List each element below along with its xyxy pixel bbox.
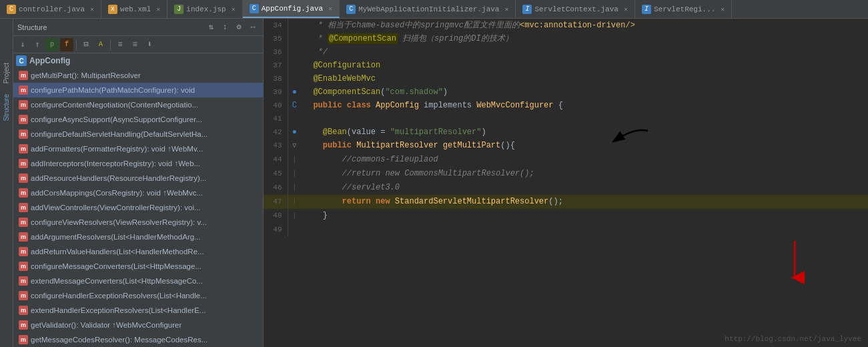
tab-mywebapp[interactable]: C MyWebApplicationInitializer.java ✕ (340, 0, 516, 18)
tree-item-4[interactable]: mconfigureDefaultServletHandling(Default… (13, 127, 263, 141)
side-tab-project[interactable]: Project (1, 59, 11, 87)
class-gutter-icon[interactable]: C (292, 101, 297, 110)
tab-indexjsp[interactable]: J index.jsp ✕ (167, 0, 242, 18)
tree-root-label: AppConfig (29, 56, 70, 65)
tab-servletreg[interactable]: I ServletRegi... ✕ (635, 0, 732, 18)
close-icon[interactable]: ✕ (90, 5, 94, 13)
tree-item-18[interactable]: mgetMessageCodesResolver(): MessageCodes… (13, 332, 263, 347)
line-content[interactable]: //return new CommonsMultipartResolver(); (301, 167, 868, 181)
code-area[interactable]: 34 * 相当于chame-based中的springmvc配置文件里面的<mv… (264, 19, 868, 347)
tab-webxml[interactable]: x web.xml ✕ (101, 0, 167, 18)
fold-icon[interactable]: ▽ (292, 142, 296, 149)
method-badge: m (19, 85, 28, 95)
anon-btn[interactable]: A (94, 38, 107, 51)
line-content[interactable]: public MultipartResolver getMultiPart(){ (301, 139, 868, 153)
tree-item-6[interactable]: maddInterceptors(InterceptorRegistry): v… (13, 156, 263, 171)
sort-btn[interactable]: ↕ (219, 21, 231, 33)
bean-icon[interactable]: ● (292, 127, 297, 137)
line-gutter[interactable]: C (288, 99, 301, 112)
settings-btn[interactable]: ⚙ (233, 21, 245, 33)
tree-item-1[interactable]: mconfigurePathMatch(PathMatchConfigurer)… (13, 83, 263, 97)
line-content[interactable]: //commons-fileuplaod (301, 153, 868, 167)
line-content[interactable]: //servlet3.0 (301, 181, 868, 195)
tree-item-8[interactable]: maddCorsMappings(CorsRegistry): void ↑We… (13, 186, 263, 200)
close-icon[interactable]: ✕ (721, 5, 725, 13)
tab-controller[interactable]: C controller.java ✕ (0, 0, 101, 18)
method-badge: m (19, 129, 28, 139)
line-number: 39 (264, 85, 288, 99)
align-right-btn[interactable]: ≡ (128, 38, 141, 51)
line-content[interactable]: * @ComponentScan 扫描包（spring的DI的技术） (301, 32, 868, 45)
line-gutter[interactable] (288, 223, 301, 236)
tree-item-2[interactable]: mconfigureContentNegotiation(ContentNego… (13, 97, 263, 112)
tree-item-13[interactable]: mconfigureMessageConverters(List<HttpMes… (13, 259, 263, 274)
tree-item-11[interactable]: maddArgumentResolvers(List<HandlerMethod… (13, 230, 263, 244)
line-content[interactable]: @Bean(value = "multipartResolver") (301, 125, 868, 139)
code-row: 40C public class AppConfig implements We… (264, 99, 868, 112)
line-gutter[interactable] (288, 45, 301, 59)
tree-item-text: configureViewResolvers(ViewResolverRegis… (31, 218, 207, 226)
side-tabs-panel: Project Structure (0, 19, 13, 347)
sort-asc-btn[interactable]: ⇑ (31, 38, 44, 51)
line-gutter[interactable] (288, 59, 301, 72)
line-content[interactable]: @EnableWebMvc (301, 72, 868, 85)
tree-item-15[interactable]: mconfigureHandlerExceptionResolvers(List… (13, 288, 263, 303)
line-gutter[interactable]: | (288, 167, 301, 181)
line-content[interactable]: public class AppConfig implements WebMvc… (301, 99, 868, 112)
tree-item-10[interactable]: mconfigureViewResolvers(ViewResolverRegi… (13, 215, 263, 230)
tree-item-16[interactable]: mextendHandlerExceptionResolvers(List<Ha… (13, 303, 263, 318)
collapse-btn[interactable]: ⊟ (79, 38, 93, 51)
line-content[interactable] (301, 112, 868, 125)
code-row: 45| //return new CommonsMultipartResolve… (264, 167, 868, 181)
line-gutter[interactable]: | (288, 181, 301, 195)
line-gutter[interactable] (288, 19, 301, 32)
tab-icon-mywebapp: C (346, 5, 356, 14)
line-content[interactable]: */ (301, 45, 868, 59)
bean-icon[interactable]: ● (292, 87, 297, 97)
tree-item-14[interactable]: mextendMessageConverters(List<HttpMessag… (13, 274, 263, 288)
tree-item-17[interactable]: mgetValidator(): Validator ↑WebMvcConfig… (13, 318, 263, 332)
code-row: 37 @Configuration (264, 59, 868, 72)
sidebar-tree[interactable]: C AppConfig mgetMultiPart(): MultipartRe… (13, 53, 263, 347)
close-icon[interactable]: ✕ (156, 5, 160, 13)
tree-item-3[interactable]: mconfigureAsyncSupport(AsyncSupportConfi… (13, 112, 263, 127)
pub-btn[interactable]: p (45, 38, 59, 51)
line-content[interactable]: return new StandardServletMultipartResol… (301, 195, 868, 209)
tree-item-7[interactable]: maddResourceHandlers(ResourceHandlerRegi… (13, 171, 263, 186)
tree-item-9[interactable]: maddViewControllers(ViewControllerRegist… (13, 200, 263, 215)
close-icon[interactable]: ✕ (328, 5, 332, 13)
tree-item-0[interactable]: mgetMultiPart(): MultipartResolver (13, 68, 263, 83)
close-icon[interactable]: ✕ (624, 5, 628, 13)
tree-item-12[interactable]: maddReturnValueHandlers(List<HandlerMeth… (13, 244, 263, 259)
line-gutter[interactable]: | (288, 209, 301, 223)
toolbar-sep1 (76, 39, 77, 50)
sort-alpha-btn[interactable]: ⇅ (205, 21, 217, 33)
field-btn[interactable]: f (60, 38, 73, 51)
download-btn[interactable]: ⬇ (143, 38, 156, 51)
tree-item-text: addArgumentResolvers(List<HandlerMethodA… (31, 233, 201, 241)
line-gutter[interactable]: ▽ (288, 139, 301, 153)
tab-servletcontext[interactable]: I ServletContext.java ✕ (516, 0, 634, 18)
line-content[interactable] (301, 223, 868, 236)
expand-btn[interactable]: ↔ (247, 21, 259, 33)
tree-item-5[interactable]: maddFormatters(FormatterRegistry): void … (13, 141, 263, 156)
tree-root-appconfig[interactable]: C AppConfig (13, 53, 263, 68)
tab-appconfig[interactable]: C AppConfig.java ✕ (243, 0, 340, 18)
line-content[interactable]: @ComponentScan("com.shadow") (301, 85, 868, 99)
line-gutter[interactable] (288, 112, 301, 125)
line-gutter[interactable] (288, 32, 301, 45)
close-icon[interactable]: ✕ (504, 5, 508, 13)
close-icon[interactable]: ✕ (232, 5, 236, 13)
sort-desc-btn[interactable]: ⇓ (16, 38, 29, 51)
line-gutter[interactable]: ● (288, 125, 301, 139)
line-content[interactable]: * 相当于chame-based中的springmvc配置文件里面的<mvc:a… (301, 19, 868, 32)
align-left-btn[interactable]: ≡ (113, 38, 127, 51)
line-gutter[interactable]: ● (288, 85, 301, 99)
code-row: 34 * 相当于chame-based中的springmvc配置文件里面的<mv… (264, 19, 868, 32)
line-gutter[interactable]: | (288, 153, 301, 167)
side-tab-structure[interactable]: Structure (1, 90, 11, 125)
line-gutter[interactable]: | (288, 195, 301, 209)
line-content[interactable]: @Configuration (301, 59, 868, 72)
line-gutter[interactable] (288, 72, 301, 85)
line-content[interactable]: } (301, 209, 868, 223)
